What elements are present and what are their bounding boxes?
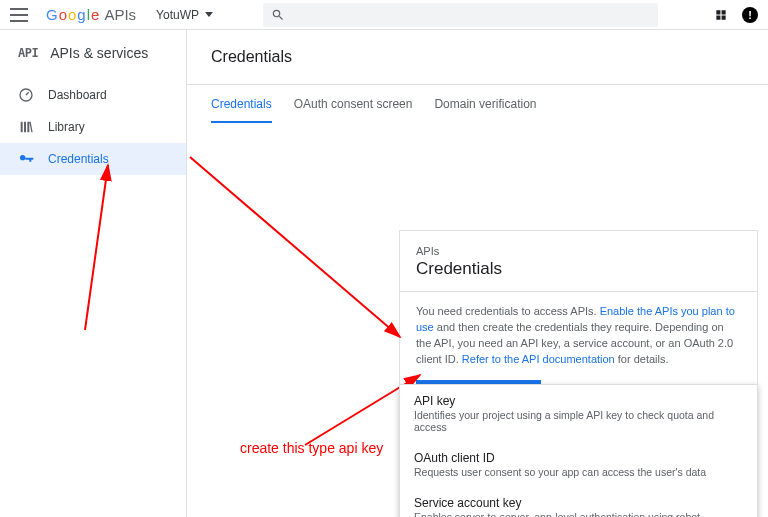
dropdown-option-api-key[interactable]: API key Identifies your project using a … bbox=[400, 385, 757, 442]
option-title: API key bbox=[414, 394, 743, 408]
credentials-card: APIs Credentials You need credentials to… bbox=[399, 230, 758, 405]
logo[interactable]: Google APIs bbox=[46, 6, 136, 23]
api-badge-icon: API bbox=[18, 46, 38, 60]
topbar: Google APIs YotuWP ! bbox=[0, 0, 768, 30]
option-title: Service account key bbox=[414, 496, 743, 510]
option-desc: Identifies your project using a simple A… bbox=[414, 409, 743, 433]
tab-oauth-consent[interactable]: OAuth consent screen bbox=[294, 97, 413, 123]
sidebar-item-label: Credentials bbox=[48, 152, 109, 166]
sidebar-item-label: Library bbox=[48, 120, 85, 134]
dropdown-option-service-account[interactable]: Service account key Enables server-to-se… bbox=[400, 487, 757, 517]
annotation-text: create this type api key bbox=[240, 440, 383, 456]
search-icon bbox=[271, 8, 285, 22]
dropdown-option-oauth-client[interactable]: OAuth client ID Requests user consent so… bbox=[400, 442, 757, 487]
sidebar-item-dashboard[interactable]: Dashboard bbox=[0, 79, 186, 111]
create-credentials-dropdown: API key Identifies your project using a … bbox=[399, 384, 758, 517]
key-icon bbox=[18, 151, 34, 167]
sidebar-item-label: Dashboard bbox=[48, 88, 107, 102]
sidebar-item-library[interactable]: Library bbox=[0, 111, 186, 143]
card-title: Credentials bbox=[416, 259, 741, 279]
api-documentation-link[interactable]: Refer to the API documentation bbox=[462, 353, 615, 365]
notification-icon[interactable]: ! bbox=[742, 7, 758, 23]
sidebar-item-credentials[interactable]: Credentials bbox=[0, 143, 186, 175]
card-divider bbox=[400, 291, 757, 292]
sidebar-header[interactable]: API APIs & services bbox=[0, 30, 186, 79]
project-selector[interactable]: YotuWP bbox=[156, 8, 213, 22]
sidebar: API APIs & services Dashboard Library Cr… bbox=[0, 30, 187, 517]
logo-apis: APIs bbox=[104, 6, 136, 23]
tab-credentials[interactable]: Credentials bbox=[211, 97, 272, 123]
option-desc: Enables server-to-server, app-level auth… bbox=[414, 511, 743, 517]
sidebar-title: APIs & services bbox=[50, 45, 148, 61]
search-input[interactable] bbox=[263, 3, 658, 27]
dashboard-icon bbox=[18, 87, 34, 103]
tab-domain-verification[interactable]: Domain verification bbox=[434, 97, 536, 123]
gift-icon[interactable] bbox=[714, 8, 728, 22]
page-title: Credentials bbox=[211, 48, 768, 66]
tabs: Credentials OAuth consent screen Domain … bbox=[211, 85, 768, 123]
caret-down-icon bbox=[205, 12, 213, 17]
option-title: OAuth client ID bbox=[414, 451, 743, 465]
main: API APIs & services Dashboard Library Cr… bbox=[0, 30, 768, 517]
card-text: You need credentials to access APIs. Ena… bbox=[416, 304, 741, 368]
top-icons: ! bbox=[714, 7, 758, 23]
project-name: YotuWP bbox=[156, 8, 199, 22]
library-icon bbox=[18, 119, 34, 135]
menu-icon[interactable] bbox=[10, 6, 28, 24]
option-desc: Requests user consent so your app can ac… bbox=[414, 466, 743, 478]
card-supertitle: APIs bbox=[416, 245, 741, 257]
